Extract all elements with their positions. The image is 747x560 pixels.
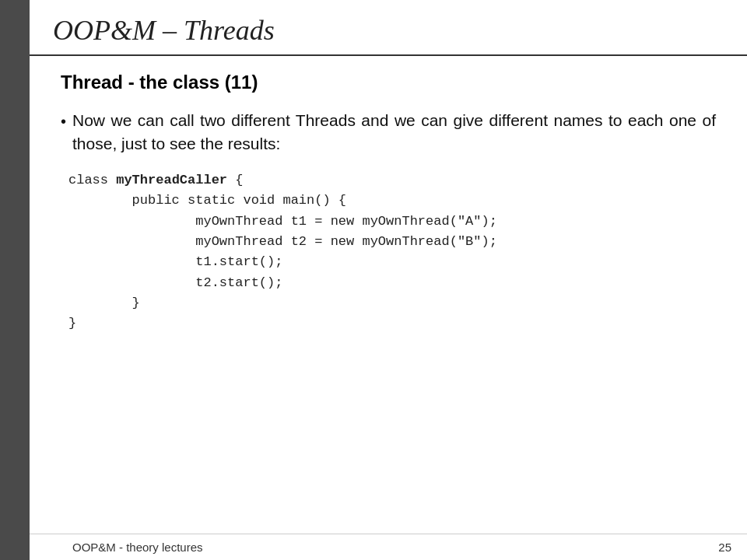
code-line-2: public static void main() { bbox=[68, 191, 716, 211]
code-line-3: myOwnThread t1 = new myOwnThread("A"); bbox=[68, 212, 716, 232]
code-line-8: } bbox=[68, 313, 716, 334]
bullet-text: Now we can call two different Threads an… bbox=[72, 109, 716, 156]
code-line-1: class myThreadCaller { bbox=[68, 170, 716, 191]
left-bar bbox=[0, 0, 30, 560]
code-line-7: } bbox=[68, 293, 716, 313]
code-line-6: t2.start(); bbox=[68, 273, 716, 293]
slide-body: Thread - the class (11) • Now we can cal… bbox=[30, 56, 747, 534]
footer-page-number: 25 bbox=[718, 541, 731, 554]
slide-title: OOP&M – Threads bbox=[30, 0, 747, 56]
slide-container: OOP&M – Threads Thread - the class (11) … bbox=[0, 0, 747, 560]
bullet-dot: • bbox=[61, 110, 66, 133]
content-area: OOP&M – Threads Thread - the class (11) … bbox=[30, 0, 747, 560]
footer: OOP&M - theory lectures 25 bbox=[30, 534, 747, 560]
code-line-5: t1.start(); bbox=[68, 252, 716, 272]
section-heading: Thread - the class (11) bbox=[61, 72, 716, 93]
code-line-4: myOwnThread t2 = new myOwnThread("B"); bbox=[68, 232, 716, 252]
footer-label: OOP&M - theory lectures bbox=[72, 541, 203, 554]
code-block: class myThreadCaller { public static voi… bbox=[61, 170, 716, 334]
bullet-item: • Now we can call two different Threads … bbox=[61, 109, 716, 156]
